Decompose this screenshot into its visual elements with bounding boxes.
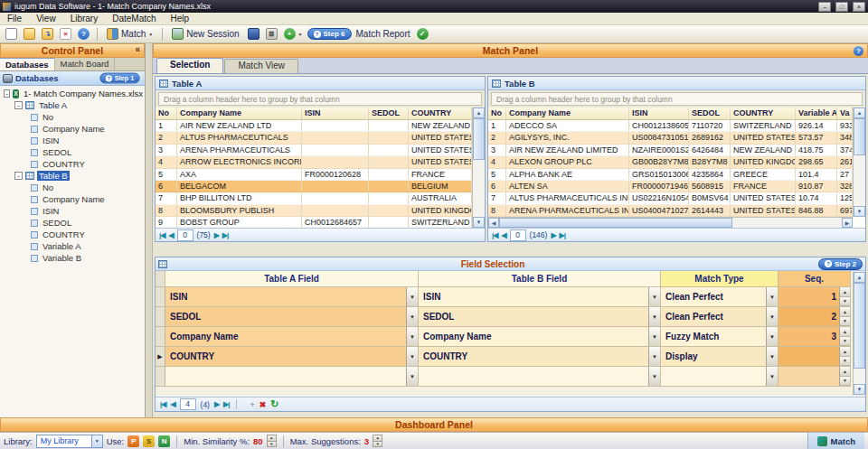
library-select[interactable]: My Library ▼ — [36, 435, 103, 448]
table-row[interactable]: 9BOBST GROUPCH0012684657SWITZERLAND — [156, 217, 472, 228]
library-source-n-icon[interactable]: N — [158, 435, 170, 447]
table-row[interactable]: 5ALPHA BANK AEGRS0150130064235864GREECE1… — [488, 169, 853, 181]
min-similarity-value[interactable]: 80 — [253, 436, 263, 446]
spin-down-icon[interactable]: ▼ — [373, 441, 382, 448]
dropdown-button[interactable]: ▼ — [406, 367, 418, 386]
column-header-no[interactable]: No — [156, 108, 177, 119]
scrollbar-thumb[interactable] — [854, 283, 865, 369]
dropdown-button[interactable]: ▼ — [406, 327, 418, 346]
match-type-cell[interactable]: ▼ — [661, 367, 778, 387]
seq-stepper[interactable]: ▲▼ — [839, 287, 850, 306]
menu-view[interactable]: View — [29, 14, 63, 23]
spin-down-icon[interactable]: ▼ — [839, 317, 850, 327]
match-report-button[interactable]: Match Report — [354, 29, 412, 39]
delete-session-button[interactable]: × — [58, 26, 73, 42]
tree-field-isin[interactable]: ISIN — [4, 135, 145, 146]
table-row[interactable]: 8BLOOMSBURY PUBLISHUNITED KINGDOM — [156, 205, 472, 217]
table-row[interactable]: 2ALTUS PHARMACEUTICALSUNITED STATES — [156, 132, 472, 144]
databases-section-header[interactable]: Databases ? Step 1 — [0, 71, 145, 86]
pager-next-button[interactable]: ▶ — [214, 231, 219, 239]
run-report-button[interactable]: ✓ — [415, 26, 430, 42]
tree-field-no[interactable]: No — [4, 182, 145, 193]
dropdown-button[interactable]: ▼ — [648, 287, 660, 306]
dropdown-button[interactable]: ▼ — [648, 327, 660, 346]
dropdown-button[interactable]: ▼ — [406, 287, 418, 306]
table-a-vertical-scrollbar[interactable]: ▲ ▼ — [472, 108, 485, 228]
table-row[interactable]: 6BELGACOMBELGIUM — [156, 181, 472, 192]
seq-stepper[interactable]: ▲▼ — [839, 307, 850, 326]
table-row[interactable]: 7ALTUS PHARMACEUTICALS INCUS02216N1054B0… — [488, 192, 853, 204]
table-row[interactable]: 3AIR NEW ZEALAND LIMITEDNZAIRE0001S26426… — [488, 145, 853, 156]
column-header-sedol[interactable]: SEDOL — [689, 108, 731, 119]
menu-datematch[interactable]: DateMatch — [105, 14, 163, 23]
seq-stepper[interactable]: ▲▼ — [839, 347, 850, 366]
scrollbar-track[interactable] — [854, 283, 865, 384]
column-header-company-name[interactable]: Company Name — [506, 108, 629, 119]
match-type-cell[interactable]: Fuzzy Match▼ — [661, 327, 778, 347]
tree-field-variable-a[interactable]: Variable A — [4, 240, 145, 252]
column-header-country[interactable]: COUNTRY — [731, 108, 796, 119]
pager-next-button[interactable]: ▶ — [214, 400, 219, 408]
add-row-button[interactable]: + — [250, 400, 254, 409]
scroll-left-icon[interactable]: ◀ — [488, 218, 499, 228]
pager-next-button[interactable]: ▶ — [551, 231, 555, 239]
tree-field-sedol[interactable]: SEDOL — [4, 146, 145, 158]
open-file-button[interactable] — [22, 26, 37, 42]
dropdown-button[interactable]: ▼ — [406, 307, 418, 326]
collapse-panel-icon[interactable]: « — [135, 44, 140, 54]
scrollbar-thumb[interactable] — [854, 118, 865, 155]
panel-splitter[interactable] — [146, 43, 153, 417]
scroll-up-icon[interactable]: ▲ — [854, 272, 865, 283]
menu-help[interactable]: Help — [164, 14, 197, 23]
tree-field-company-name[interactable]: Company Name — [4, 123, 145, 135]
delete-row-button[interactable]: ✖ — [259, 400, 267, 409]
close-button[interactable]: × — [853, 2, 865, 12]
add-button[interactable]: + ▼ — [282, 26, 305, 42]
maximize-button[interactable]: □ — [835, 2, 848, 12]
seq-stepper[interactable]: ▲▼ — [839, 367, 850, 386]
table-row[interactable]: 3ARENA PHARMACEUTICALSUNITED STATES — [156, 145, 472, 156]
library-source-s-icon[interactable]: S — [143, 435, 155, 447]
seq-cell[interactable]: 3▲▼ — [778, 327, 851, 347]
spin-down-icon[interactable]: ▼ — [267, 441, 277, 448]
help-icon[interactable]: ? — [854, 46, 863, 56]
scrollbar-track[interactable] — [854, 118, 865, 206]
group-by-panel[interactable]: Drag a column header here to group by th… — [156, 90, 485, 108]
calculator-button[interactable]: ≣ — [264, 26, 279, 42]
dropdown-button[interactable]: ▼ — [766, 327, 778, 346]
collapse-icon[interactable]: - — [14, 101, 23, 109]
table-row[interactable]: 6ALTEN SAFR00000719465608915FRANCE910.87… — [488, 181, 853, 192]
column-header-seq[interactable]: Seq. — [778, 271, 851, 287]
seq-stepper[interactable]: ▲▼ — [839, 327, 850, 346]
new-session-button[interactable]: New Session — [168, 26, 242, 42]
scroll-up-icon[interactable]: ▲ — [473, 108, 485, 118]
spin-up-icon[interactable]: ▲ — [839, 287, 850, 297]
table-b-field-cell[interactable]: ISIN▼ — [419, 287, 661, 307]
column-header-table-a-field[interactable]: Table A Field — [165, 271, 419, 287]
tree-field-variable-b[interactable]: Variable B — [4, 252, 145, 264]
spin-up-icon[interactable]: ▲ — [839, 327, 850, 337]
spin-down-icon[interactable]: ▼ — [839, 357, 850, 367]
tree-item-table-a[interactable]: -Table A — [4, 99, 145, 111]
tab-databases[interactable]: Databases — [0, 58, 55, 70]
pager-prev-button[interactable]: ◀ — [170, 400, 175, 408]
match-type-cell[interactable]: Display▼ — [661, 347, 778, 367]
library-source-p-icon[interactable]: P — [127, 435, 139, 447]
scrollbar-thumb[interactable] — [499, 218, 732, 228]
spin-up-icon[interactable]: ▲ — [839, 347, 850, 357]
group-by-panel[interactable]: Drag a column header here to group by th… — [488, 90, 865, 108]
max-suggestions-stepper[interactable]: ▲ ▼ — [373, 435, 382, 447]
seq-cell[interactable]: ▲▼ — [778, 367, 851, 387]
dropdown-button[interactable]: ▼ — [648, 367, 660, 386]
scroll-down-icon[interactable]: ▼ — [854, 206, 865, 217]
table-row[interactable]: 5AXAFR0000120628FRANCE — [156, 169, 472, 181]
tree-field-country[interactable]: COUNTRY — [4, 229, 145, 240]
table-b-vertical-scrollbar[interactable]: ▲ ▼ — [853, 108, 865, 217]
column-header-variable-a[interactable]: Variable A — [796, 108, 837, 119]
dropdown-button[interactable]: ▼ — [406, 347, 418, 366]
pager-first-button[interactable]: |◀ — [160, 400, 165, 408]
menu-file[interactable]: File — [0, 14, 29, 23]
column-header-isin[interactable]: ISIN — [629, 108, 689, 119]
seq-cell[interactable]: ▲▼ — [778, 347, 851, 367]
dropdown-button[interactable]: ▼ — [766, 287, 778, 306]
